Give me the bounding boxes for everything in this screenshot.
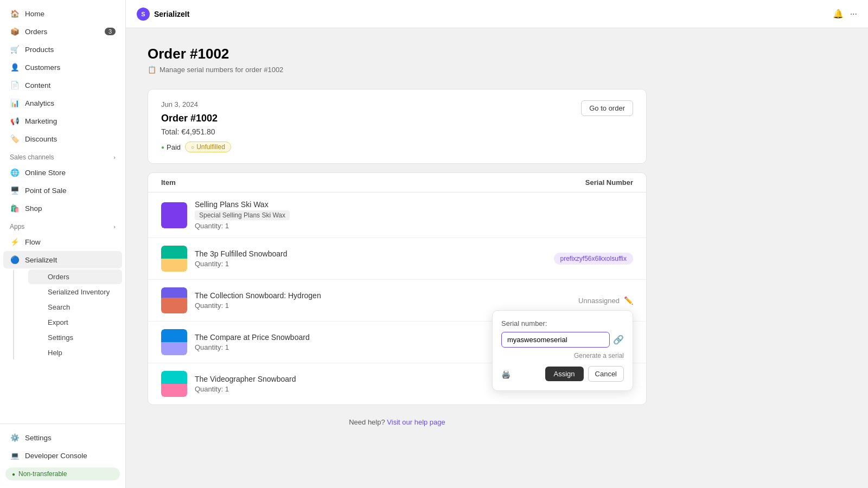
sidebar: 🏠 Home 📦 Orders 3 🛒 Products 👤 Customers… xyxy=(0,0,126,488)
subtitle-icon: 📋 xyxy=(148,66,156,74)
sidebar-item-content[interactable]: 📄 Content xyxy=(3,76,122,94)
cancel-button[interactable]: Cancel xyxy=(588,366,624,382)
home-icon: 🏠 xyxy=(10,9,20,18)
flow-icon: ⚡ xyxy=(10,237,20,247)
sidebar-label-orders: Orders xyxy=(25,28,99,36)
sidebar-label-shop: Shop xyxy=(25,204,116,213)
printer-icon[interactable]: 🖨️ xyxy=(501,370,510,378)
app-logo: S SerializeIt xyxy=(137,8,189,21)
serial-unassigned-3: Unnassigned xyxy=(578,297,620,305)
topbar-actions: 🔔 ··· xyxy=(833,9,857,19)
content-icon: 📄 xyxy=(10,80,20,90)
item-info-3: The Collection Snowboard: Hydrogen Quant… xyxy=(195,291,470,310)
sidebar-label-analytics: Analytics xyxy=(25,99,116,107)
popover-actions: 🖨️ Assign Cancel xyxy=(501,366,624,382)
table-header: Item Serial Number xyxy=(148,173,646,192)
sidebar-item-settings[interactable]: ⚙️ Settings xyxy=(3,429,122,446)
orders-badge: 3 xyxy=(105,28,116,35)
more-options-icon[interactable]: ··· xyxy=(850,9,857,19)
sidebar-label-developer-console: Developer Console xyxy=(25,452,116,460)
generate-serial-link[interactable]: Generate a serial xyxy=(501,352,624,359)
order-date: Jun 3, 2024 xyxy=(161,100,581,108)
sidebar-subitem-settings[interactable]: Settings xyxy=(28,330,122,345)
table-row: Selling Plans Ski Wax Special Selling Pl… xyxy=(148,192,646,238)
sidebar-label-flow: Flow xyxy=(25,238,116,246)
edit-serial-icon-3[interactable]: ✏️ xyxy=(624,296,633,305)
sidebar-item-serializeit[interactable]: 🔵 SerializeIt xyxy=(3,251,122,268)
sidebar-label-settings: Settings xyxy=(25,434,116,442)
app-logo-icon: S xyxy=(137,8,150,21)
page-title: Order #1002 xyxy=(148,46,647,62)
help-page-link[interactable]: Visit our help page xyxy=(387,418,445,426)
sidebar-item-developer-console[interactable]: 💻 Developer Console xyxy=(3,447,122,464)
order-number: Order #1002 xyxy=(161,113,581,124)
page-footer: Need help? Visit our help page xyxy=(148,405,647,439)
item-info-4: The Compare at Price Snowboard Quantity:… xyxy=(195,333,470,351)
sidebar-subitem-search[interactable]: Search xyxy=(28,300,122,314)
sidebar-item-online-store[interactable]: 🌐 Online Store xyxy=(3,164,122,181)
unfulfilled-badge: Unfulfilled xyxy=(185,142,231,152)
sidebar-label-point-of-sale: Point of Sale xyxy=(25,187,116,195)
discounts-icon: 🏷️ xyxy=(10,134,20,144)
products-icon: 🛒 xyxy=(10,44,20,54)
sidebar-item-products[interactable]: 🛒 Products xyxy=(3,41,122,58)
item-name-1: Selling Plans Ski Wax xyxy=(195,200,470,209)
popover-label: Serial number: xyxy=(501,319,624,328)
sidebar-item-orders[interactable]: 📦 Orders 3 xyxy=(3,23,122,40)
assign-button[interactable]: Assign xyxy=(545,367,584,381)
sidebar-label-products: Products xyxy=(25,46,116,54)
sidebar-label-home: Home xyxy=(25,10,116,18)
go-to-order-button[interactable]: Go to order xyxy=(581,100,633,116)
shop-icon: 🛍️ xyxy=(10,203,20,213)
analytics-icon: 📊 xyxy=(10,98,20,108)
sidebar-subitem-orders[interactable]: Orders xyxy=(28,269,122,284)
item-qty-1: Quantity: 1 xyxy=(195,222,470,230)
item-name-2: The 3p Fulfilled Snowboard xyxy=(195,249,470,258)
item-qty-4: Quantity: 1 xyxy=(195,343,470,351)
sidebar-subitem-help[interactable]: Help xyxy=(28,345,122,360)
item-info-5: The Videographer Snowboard Quantity: 1 xyxy=(195,375,470,393)
serial-popover: Serial number: 🔗 Generate a serial 🖨️ As… xyxy=(492,310,633,391)
table-row: The 3p Fulfilled Snowboard Quantity: 1 p… xyxy=(148,238,646,280)
item-qty-3: Quantity: 1 xyxy=(195,301,470,310)
item-info-1: Selling Plans Ski Wax Special Selling Pl… xyxy=(195,200,470,230)
link-icon[interactable]: 🔗 xyxy=(613,335,624,345)
sidebar-label-online-store: Online Store xyxy=(25,169,116,177)
order-card-header: Jun 3, 2024 Order #1002 Total: €4,951.80… xyxy=(161,100,633,152)
sidebar-item-analytics[interactable]: 📊 Analytics xyxy=(3,94,122,112)
non-transferable-badge[interactable]: Non-transferable xyxy=(5,467,120,480)
online-store-icon: 🌐 xyxy=(10,168,20,177)
popover-input-row: 🔗 xyxy=(501,332,624,348)
sidebar-item-point-of-sale[interactable]: 🖥️ Point of Sale xyxy=(3,182,122,199)
sidebar-label-customers: Customers xyxy=(25,63,116,72)
sidebar-subitem-export[interactable]: Export xyxy=(28,315,122,330)
col-header-serial: Serial Number xyxy=(470,178,633,187)
sales-channels-section: Sales channels › xyxy=(0,148,125,163)
sidebar-item-shop[interactable]: 🛍️ Shop xyxy=(3,200,122,217)
marketing-icon: 📢 xyxy=(10,116,20,126)
settings-icon: ⚙️ xyxy=(10,433,20,442)
sidebar-subitem-serialized-inventory[interactable]: Serialized Inventory xyxy=(28,285,122,299)
paid-badge: Paid xyxy=(161,143,181,151)
item-variant-1: Special Selling Plans Ski Wax xyxy=(195,210,290,220)
serial-number-input[interactable] xyxy=(501,332,610,348)
item-qty-5: Quantity: 1 xyxy=(195,385,470,393)
item-name-5: The Videographer Snowboard xyxy=(195,375,470,383)
item-thumb-1 xyxy=(161,202,187,228)
page-content: Order #1002 📋 Manage serial numbers for … xyxy=(126,28,668,457)
sidebar-item-customers[interactable]: 👤 Customers xyxy=(3,59,122,76)
notification-icon[interactable]: 🔔 xyxy=(833,9,844,19)
page-subtitle: 📋 Manage serial numbers for order #1002 xyxy=(148,66,647,74)
sidebar-item-marketing[interactable]: 📢 Marketing xyxy=(3,112,122,130)
serializeit-icon: 🔵 xyxy=(10,255,20,265)
sales-channels-arrow[interactable]: › xyxy=(113,154,116,160)
sidebar-item-flow[interactable]: ⚡ Flow xyxy=(3,233,122,251)
topbar: S SerializeIt 🔔 ··· xyxy=(126,0,868,28)
table-row: The Collection Snowboard: Hydrogen Quant… xyxy=(148,280,646,322)
sidebar-item-discounts[interactable]: 🏷️ Discounts xyxy=(3,130,122,147)
sidebar-item-home[interactable]: 🏠 Home xyxy=(3,5,122,22)
apps-arrow[interactable]: › xyxy=(113,223,116,230)
order-card: Jun 3, 2024 Order #1002 Total: €4,951.80… xyxy=(148,89,647,164)
item-thumb-2 xyxy=(161,246,187,272)
orders-icon: 📦 xyxy=(10,27,20,36)
